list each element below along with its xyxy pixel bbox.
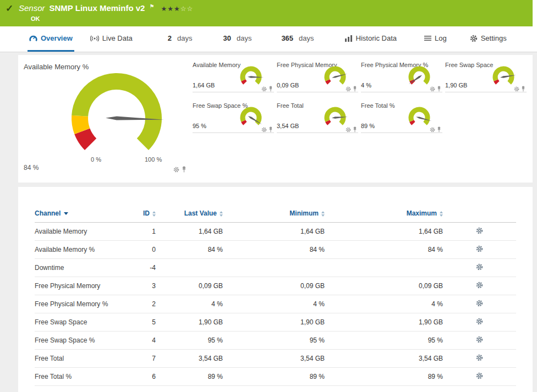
tab-2-days[interactable]: 2 days	[166, 26, 194, 52]
gear-icon[interactable]	[346, 86, 351, 92]
column-header-minimum[interactable]: Minimum	[223, 205, 325, 222]
channel-name: Free Physical Memory	[35, 277, 131, 295]
table-row[interactable]: Available Memory % 0 84 % 84 % 84 %	[35, 240, 516, 258]
channel-name: Free Total	[35, 349, 131, 367]
priority-stars[interactable]: ★★★☆☆	[161, 5, 193, 13]
mini-gauge-value: 1,64 GB	[193, 82, 215, 89]
table-row[interactable]: Free Swap Space 5 1,90 GB 1,90 GB 1,90 G…	[35, 313, 516, 331]
gauge-actions	[514, 86, 525, 92]
gear-icon[interactable]	[261, 127, 267, 132]
pin-icon[interactable]	[437, 86, 441, 92]
channel-settings-icon[interactable]	[476, 245, 483, 252]
gear-icon[interactable]	[514, 86, 519, 92]
mini-gauge-free-physical-memory[interactable]: Free Physical Memory 0,09 GB	[277, 62, 358, 92]
channel-id: 4	[131, 331, 156, 349]
gear-icon[interactable]	[430, 86, 435, 92]
pin-icon[interactable]	[182, 166, 187, 173]
stars-empty[interactable]: ☆☆	[180, 5, 194, 13]
channel-settings-icon[interactable]	[476, 263, 483, 270]
mini-gauge-value: 95 %	[193, 123, 206, 129]
channel-settings-icon[interactable]	[476, 318, 483, 325]
column-header-maximum[interactable]: Maximum	[325, 205, 443, 222]
channel-last-value: 1,64 GB	[156, 222, 223, 240]
log-list-icon	[424, 35, 431, 41]
pin-icon[interactable]	[353, 86, 357, 92]
tab-30-days[interactable]: 30 days	[221, 26, 253, 52]
channel-settings-icon[interactable]	[476, 281, 483, 289]
channel-id: 1	[131, 222, 156, 240]
column-header-last-value[interactable]: Last Value	[156, 205, 223, 222]
column-header-id[interactable]: ID	[131, 205, 156, 222]
primary-gauge[interactable]	[56, 69, 177, 157]
channels-panel: Channel ID Last Value Minimum Maximum Av…	[18, 187, 533, 392]
table-row[interactable]: Free Total 7 3,54 GB 3,54 GB 3,54 GB	[35, 349, 516, 367]
channel-id: 3	[131, 277, 156, 295]
content-area: Available Memory % 0 % 100 % 84 % Availa…	[0, 52, 537, 392]
gear-icon[interactable]	[173, 167, 179, 173]
sort-arrows-icon	[152, 211, 156, 217]
channel-id: -4	[131, 258, 156, 277]
gear-icon[interactable]	[261, 86, 267, 92]
channel-settings-icon[interactable]	[476, 227, 483, 234]
channel-last-value: 4 %	[156, 295, 223, 313]
column-label: Channel	[35, 209, 61, 217]
object-kind-label: Sensor	[19, 3, 45, 13]
mini-gauge-free-total-pct[interactable]: Free Total % 89 %	[361, 102, 442, 133]
tab-number: 30	[223, 34, 231, 42]
mini-gauge-value: 89 %	[361, 123, 375, 129]
channel-maximum: 84 %	[325, 240, 443, 258]
table-row[interactable]: Available Memory 1 1,64 GB 1,64 GB 1,64 …	[35, 222, 516, 240]
gauge-actions	[261, 86, 273, 92]
pin-icon[interactable]	[437, 126, 441, 132]
channels-table: Channel ID Last Value Minimum Maximum Av…	[35, 205, 516, 386]
table-row[interactable]: Free Total % 6 89 % 89 % 89 %	[35, 367, 516, 385]
sort-arrows-icon	[440, 211, 443, 217]
table-header-row: Channel ID Last Value Minimum Maximum	[35, 205, 516, 222]
tab-log[interactable]: Log	[423, 26, 448, 52]
column-header-actions	[443, 205, 516, 222]
sort-arrows-icon	[321, 211, 325, 217]
pin-icon[interactable]	[521, 86, 525, 92]
stars-filled[interactable]: ★★★	[161, 5, 180, 13]
table-row[interactable]: Free Physical Memory % 2 4 % 4 % 4 %	[35, 295, 516, 313]
pin-icon[interactable]	[353, 126, 357, 132]
channel-minimum: 4 %	[223, 295, 325, 313]
gauge-actions	[430, 126, 441, 132]
mini-gauge-value: 0,09 GB	[277, 82, 299, 89]
mini-gauge-available-memory[interactable]: Available Memory 1,64 GB	[193, 62, 274, 92]
channel-minimum: 3,54 GB	[223, 349, 325, 367]
tab-365-days[interactable]: 365 days	[280, 26, 315, 52]
channel-maximum: 4 %	[325, 295, 443, 313]
sensor-header: ✓ Sensor SNMP Linux Meminfo v2 ⚑ ★★★☆☆ O…	[0, 0, 533, 26]
channel-name: Downtime	[35, 258, 131, 277]
channel-settings-icon[interactable]	[476, 300, 483, 307]
mini-gauge-free-physical-memory-pct[interactable]: Free Physical Memory % 4 %	[361, 62, 442, 92]
bar-chart-icon	[345, 35, 353, 42]
channel-settings-icon[interactable]	[476, 354, 483, 361]
table-row[interactable]: Free Physical Memory 3 0,09 GB 0,09 GB 0…	[35, 277, 516, 295]
table-row[interactable]: Free Swap Space % 4 95 % 95 % 95 %	[35, 331, 516, 349]
tab-live-data[interactable]: Live Data	[89, 26, 134, 52]
channel-settings-icon[interactable]	[476, 372, 483, 379]
channel-minimum: 95 %	[223, 331, 325, 349]
channel-minimum: 89 %	[223, 367, 325, 385]
channel-id: 0	[131, 240, 156, 258]
tab-settings[interactable]: Settings	[468, 26, 508, 52]
mini-gauge-free-total[interactable]: Free Total 3,54 GB	[277, 102, 358, 133]
column-header-channel[interactable]: Channel	[35, 205, 131, 222]
pin-icon[interactable]	[268, 86, 273, 92]
table-row[interactable]: Downtime -4	[35, 258, 516, 277]
tab-historic-data[interactable]: Historic Data	[343, 26, 398, 52]
gear-icon	[470, 35, 478, 42]
mini-gauge-free-swap-space-pct[interactable]: Free Swap Space % 95 %	[193, 102, 274, 133]
mini-gauge-value: 4 %	[361, 82, 371, 89]
mini-gauge-free-swap-space[interactable]: Free Swap Space 1,90 GB	[445, 62, 527, 92]
tab-label: Log	[435, 34, 447, 42]
prtg-sensor-page: ✓ Sensor SNMP Linux Meminfo v2 ⚑ ★★★☆☆ O…	[0, 0, 537, 392]
pin-icon[interactable]	[268, 126, 273, 132]
gear-icon[interactable]	[430, 127, 435, 132]
channel-maximum: 1,90 GB	[325, 313, 443, 331]
channel-settings-icon[interactable]	[476, 336, 483, 343]
tab-overview[interactable]: Overview	[28, 26, 74, 52]
gear-icon[interactable]	[346, 127, 351, 132]
